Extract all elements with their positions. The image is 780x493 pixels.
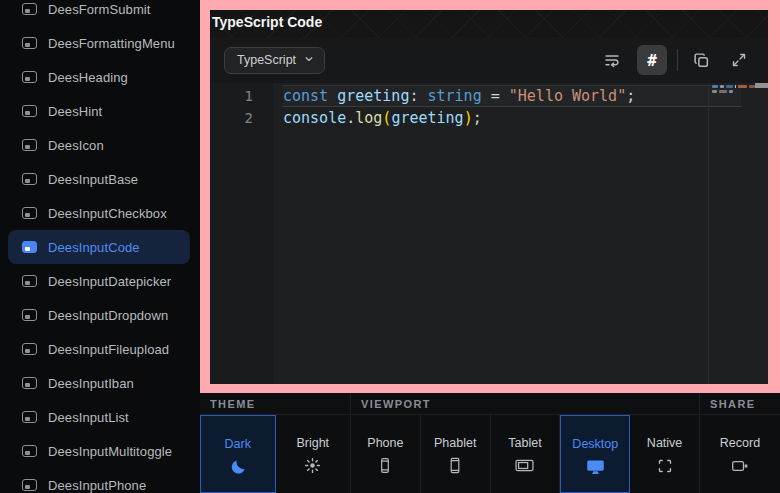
sidebar-item-label: DeesInputBase bbox=[48, 172, 138, 187]
code-input-panel: TypeScript # bbox=[210, 37, 768, 384]
component-icon bbox=[22, 71, 37, 83]
fullscreen-icon[interactable] bbox=[726, 47, 752, 73]
sidebar-item-label: DeesFormSubmit bbox=[48, 2, 151, 17]
sidebar-item-DeesHeading[interactable]: DeesHeading bbox=[0, 60, 200, 94]
sidebar-item-label: DeesInputList bbox=[48, 410, 129, 425]
component-icon bbox=[22, 241, 37, 253]
component-icon bbox=[22, 445, 37, 457]
minimap[interactable] bbox=[708, 83, 755, 384]
toolbar-section-headers: THEMEVIEWPORTSHARE bbox=[200, 393, 780, 415]
code-line-1: const greeting: string = "Hello World"; bbox=[283, 85, 741, 107]
sidebar-item-DeesInputCode[interactable]: DeesInputCode bbox=[8, 230, 190, 264]
moon-icon bbox=[230, 458, 246, 475]
story-title: TypeScript Code bbox=[212, 10, 322, 36]
component-icon bbox=[22, 139, 37, 151]
button-label: Phone bbox=[367, 436, 403, 450]
sidebar-item-DeesInputFileupload[interactable]: DeesInputFileupload bbox=[0, 332, 200, 366]
component-icon bbox=[22, 377, 37, 389]
sidebar-item-label: DeesInputCode bbox=[48, 240, 140, 255]
app-window: DeesFormSubmitDeesFormattingMenuDeesHead… bbox=[0, 0, 780, 493]
sidebar-item-DeesHint[interactable]: DeesHint bbox=[0, 94, 200, 128]
button-label: Tablet bbox=[508, 436, 541, 450]
button-label: Phablet bbox=[434, 436, 476, 450]
sidebar-item-DeesInputDatepicker[interactable]: DeesInputDatepicker bbox=[0, 264, 200, 298]
line-numbers-icon[interactable]: # bbox=[637, 45, 667, 75]
component-sidebar: DeesFormSubmitDeesFormattingMenuDeesHead… bbox=[0, 0, 200, 493]
section-header-share: SHARE bbox=[700, 393, 780, 414]
editor-scrollbar[interactable] bbox=[755, 83, 768, 384]
story-preview-frame: TypeScript Code TypeScript # bbox=[200, 0, 780, 393]
story-canvas: TypeScript Code TypeScript # bbox=[210, 10, 768, 384]
sidebar-item-DeesInputDropdown[interactable]: DeesInputDropdown bbox=[0, 298, 200, 332]
sidebar-item-label: DeesIcon bbox=[48, 138, 104, 153]
component-icon bbox=[22, 411, 37, 423]
component-icon bbox=[22, 309, 37, 321]
button-label: Dark bbox=[225, 437, 251, 451]
sidebar-item-label: DeesHint bbox=[48, 104, 102, 119]
word-wrap-icon[interactable] bbox=[599, 47, 625, 73]
desktop-icon bbox=[586, 458, 605, 475]
sidebar-item-label: DeesInputDatepicker bbox=[48, 274, 171, 289]
viewport-desktop-button[interactable]: Desktop bbox=[560, 415, 630, 493]
sidebar-item-label: DeesHeading bbox=[48, 70, 128, 85]
sidebar-item-DeesInputMultitoggle[interactable]: DeesInputMultitoggle bbox=[0, 434, 200, 468]
button-label: Record bbox=[720, 436, 760, 450]
sidebar-item-label: DeesInputDropdown bbox=[48, 308, 168, 323]
code-editor-toolbar: TypeScript # bbox=[210, 37, 768, 83]
toolbar-buttons: DarkBrightPhonePhabletTabletDesktopNativ… bbox=[200, 415, 780, 493]
sidebar-item-label: DeesInputMultitoggle bbox=[48, 444, 172, 459]
sidebar-item-DeesFormSubmit[interactable]: DeesFormSubmit bbox=[0, 0, 200, 26]
scrollbar-slider[interactable] bbox=[755, 83, 768, 88]
native-icon bbox=[657, 457, 673, 474]
chevron-down-icon bbox=[304, 53, 314, 67]
copy-icon[interactable] bbox=[688, 47, 714, 73]
sidebar-item-DeesFormattingMenu[interactable]: DeesFormattingMenu bbox=[0, 26, 200, 60]
theme-bright-button[interactable]: Bright bbox=[276, 415, 352, 493]
sidebar-item-DeesInputIban[interactable]: DeesInputIban bbox=[0, 366, 200, 400]
section-header-viewport: VIEWPORT bbox=[351, 393, 700, 414]
sidebar-item-DeesInputPhone[interactable]: DeesInputPhone bbox=[0, 468, 200, 493]
sidebar-item-label: DeesInputIban bbox=[48, 376, 134, 391]
code-editor[interactable]: 12 const greeting: string = "Hello World… bbox=[210, 83, 768, 384]
viewport-phablet-button[interactable]: Phablet bbox=[421, 415, 491, 493]
line-number: 1 bbox=[210, 85, 273, 107]
component-icon bbox=[22, 105, 37, 117]
record-icon bbox=[731, 457, 749, 474]
sidebar-item-label: DeesFormattingMenu bbox=[48, 36, 175, 51]
component-icon bbox=[22, 207, 37, 219]
sidebar-item-DeesInputCheckbox[interactable]: DeesInputCheckbox bbox=[0, 196, 200, 230]
component-icon bbox=[22, 3, 37, 15]
sidebar-item-label: DeesInputCheckbox bbox=[48, 206, 167, 221]
component-icon bbox=[22, 37, 37, 49]
share-record-button[interactable]: Record bbox=[700, 415, 780, 493]
phablet-icon bbox=[447, 457, 463, 474]
sidebar-list: DeesFormSubmitDeesFormattingMenuDeesHead… bbox=[0, 0, 200, 493]
language-dropdown[interactable]: TypeScript bbox=[224, 47, 325, 74]
viewport-phone-button[interactable]: Phone bbox=[351, 415, 421, 493]
component-icon bbox=[22, 479, 37, 491]
component-icon bbox=[22, 275, 37, 287]
toolbar-divider bbox=[677, 49, 678, 71]
tablet-icon bbox=[515, 457, 534, 474]
sidebar-item-DeesInputList[interactable]: DeesInputList bbox=[0, 400, 200, 434]
viewport-native-button[interactable]: Native bbox=[630, 415, 700, 493]
sidebar-item-label: DeesInputPhone bbox=[48, 478, 146, 493]
section-header-theme: THEME bbox=[200, 393, 351, 414]
sidebar-item-label: DeesInputFileupload bbox=[48, 342, 169, 357]
line-number: 2 bbox=[210, 107, 273, 129]
sidebar-item-DeesIcon[interactable]: DeesIcon bbox=[0, 128, 200, 162]
line-number-gutter: 12 bbox=[210, 83, 273, 384]
phone-icon bbox=[377, 457, 393, 474]
viewport-tablet-button[interactable]: Tablet bbox=[491, 415, 561, 493]
code-line-2: console.log(greeting); bbox=[283, 107, 741, 129]
component-icon bbox=[22, 173, 37, 185]
button-label: Native bbox=[647, 436, 682, 450]
properties-toolbar: THEMEVIEWPORTSHARE DarkBrightPhonePhable… bbox=[200, 393, 780, 493]
code-content: const greeting: string = "Hello World";c… bbox=[283, 85, 741, 129]
button-label: Bright bbox=[296, 436, 329, 450]
sun-icon bbox=[304, 457, 321, 474]
component-icon bbox=[22, 343, 37, 355]
sidebar-item-DeesInputBase[interactable]: DeesInputBase bbox=[0, 162, 200, 196]
theme-dark-button[interactable]: Dark bbox=[200, 415, 276, 493]
language-dropdown-label: TypeScript bbox=[237, 53, 296, 67]
